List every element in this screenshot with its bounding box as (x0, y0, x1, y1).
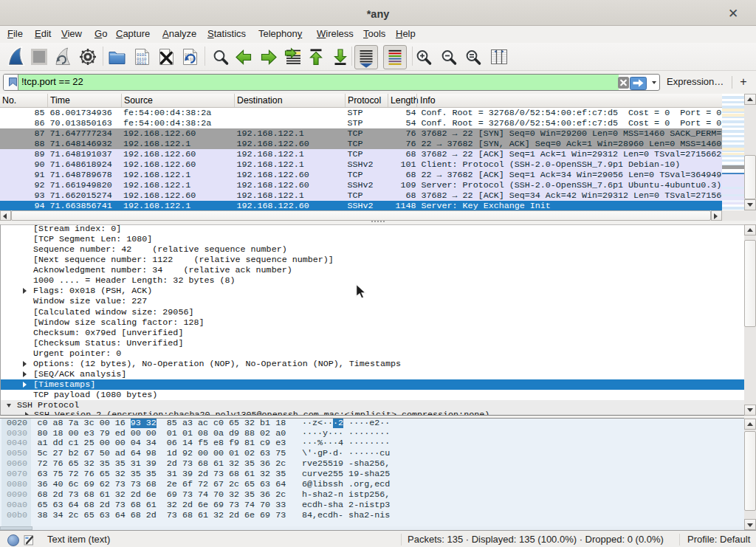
svg-text:0011: 0011 (137, 61, 147, 66)
